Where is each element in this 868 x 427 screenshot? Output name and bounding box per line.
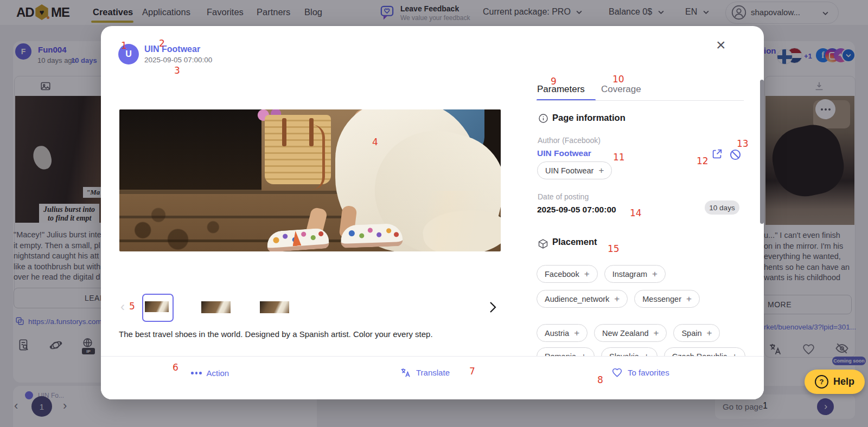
add-filter-plus[interactable]: + <box>654 328 659 338</box>
author-page-link[interactable]: UIN Footwear <box>537 148 591 158</box>
page-information-heading: Page information <box>552 113 626 123</box>
close-button[interactable]: × <box>716 37 726 53</box>
add-filter-plus[interactable]: + <box>614 294 620 303</box>
creative-caption: The best travel shoes in the world. Desi… <box>119 329 509 339</box>
translate-label: Translate <box>416 368 450 377</box>
chip-austria[interactable]: Austria+ <box>537 324 588 342</box>
question-mark-icon: ? <box>815 375 828 389</box>
annotation-6: 6 <box>173 362 178 373</box>
modal-datetime: 2025-09-05 07:00:00 <box>144 56 212 64</box>
annotation-14: 14 <box>630 208 642 218</box>
modal-footer: Action Translate To favorites <box>101 356 764 399</box>
annotation-15: 15 <box>608 243 620 254</box>
thumbnail-selected-frame[interactable] <box>142 294 174 322</box>
add-filter-plus[interactable]: + <box>686 294 692 303</box>
block-page-icon[interactable] <box>729 148 742 161</box>
creative-main-image[interactable] <box>119 109 501 251</box>
platform-chips: Facebook+ Instagram+ Audience_network+ M… <box>537 265 721 308</box>
annotation-9: 9 <box>551 76 557 87</box>
annotation-8: 8 <box>597 374 603 385</box>
carousel-next-chevron[interactable] <box>488 301 497 314</box>
modal-author-link[interactable]: UIN Footwear <box>144 44 200 54</box>
floral-shoe-right <box>340 223 403 248</box>
author-label: Author (Facebook) <box>538 136 601 145</box>
annotation-3: 3 <box>174 65 180 76</box>
add-filter-plus[interactable]: + <box>707 328 712 338</box>
action-label: Action <box>207 368 229 378</box>
to-favorites-button[interactable]: To favorites <box>611 367 669 378</box>
chip-label: Instagram <box>612 270 647 279</box>
tab-coverage[interactable]: Coverage <box>601 84 641 95</box>
chip-instagram[interactable]: Instagram+ <box>604 265 666 283</box>
add-filter-plus[interactable]: + <box>584 269 590 279</box>
bag-strap-left <box>282 118 286 146</box>
thumbnail-2[interactable] <box>201 301 231 313</box>
chip-facebook[interactable]: Facebook+ <box>537 265 598 283</box>
translate-button[interactable]: Translate <box>400 367 450 378</box>
translate-icon <box>400 367 411 378</box>
info-icon <box>538 113 548 124</box>
chip-label: New Zealand <box>602 329 648 338</box>
creative-details-modal: U UIN Footwear 2025-09-05 07:00:00 × <box>101 26 764 399</box>
tabs-divider <box>537 100 744 101</box>
age-badge: 10 days <box>705 200 739 215</box>
light-streak <box>407 191 501 251</box>
chip-messenger[interactable]: Messenger+ <box>634 290 700 308</box>
add-filter-plus[interactable]: + <box>652 269 658 279</box>
chip-label: Austria <box>545 329 569 338</box>
date-of-posting-value: 2025-09-05 07:00:00 <box>537 205 616 215</box>
chip-new-zealand[interactable]: New Zealand+ <box>594 324 667 342</box>
help-label: Help <box>833 376 854 387</box>
carousel-prev-chevron[interactable]: ‹ <box>120 299 125 314</box>
annotation-12: 12 <box>697 156 709 166</box>
favorites-label: To favorites <box>628 368 669 377</box>
chip-label: Spain <box>681 329 701 338</box>
annotation-5: 5 <box>129 301 135 312</box>
annotation-13: 13 <box>737 138 749 149</box>
annotation-4: 4 <box>372 137 378 147</box>
thumbnail-1[interactable] <box>145 301 169 312</box>
annotation-2: 2 <box>159 38 165 49</box>
chip-audience-network[interactable]: Audience_network+ <box>537 290 628 308</box>
chip-label: Audience_network <box>545 295 609 303</box>
add-filter-plus[interactable]: + <box>598 166 604 175</box>
screen: AD ♥ ME Creatives Applications Favorites… <box>0 0 868 427</box>
placement-heading: Placement <box>552 237 597 247</box>
country-chips: Austria+ New Zealand+ Spain+ <box>537 324 720 342</box>
annotation-10: 10 <box>612 74 624 85</box>
external-link-icon[interactable] <box>711 148 723 160</box>
chip-label: Messenger <box>642 295 681 303</box>
annotation-11: 11 <box>613 152 625 163</box>
add-filter-plus[interactable]: + <box>574 328 579 338</box>
chip-label: Facebook <box>545 270 579 279</box>
bag-handle <box>298 125 325 190</box>
chip-spain[interactable]: Spain+ <box>673 324 720 342</box>
date-of-posting-label: Date of posting <box>538 192 589 201</box>
thumbnail-3[interactable] <box>260 301 289 313</box>
placement-box-icon <box>538 238 548 249</box>
chip-label: UIN Footwear <box>545 166 593 175</box>
action-button[interactable]: Action <box>191 368 229 378</box>
action-dots-icon <box>191 372 202 374</box>
storefront-dark-left <box>119 109 261 192</box>
author-filter-chip[interactable]: UIN Footwear+ <box>537 161 612 179</box>
annotation-7: 7 <box>469 366 475 377</box>
heart-icon <box>611 367 623 378</box>
annotation-1: 1 <box>121 40 127 51</box>
help-button[interactable]: ? Help <box>805 370 865 394</box>
tab-parameters[interactable]: Parameters <box>537 84 585 95</box>
modal-scrollbar-thumb[interactable] <box>760 80 764 224</box>
